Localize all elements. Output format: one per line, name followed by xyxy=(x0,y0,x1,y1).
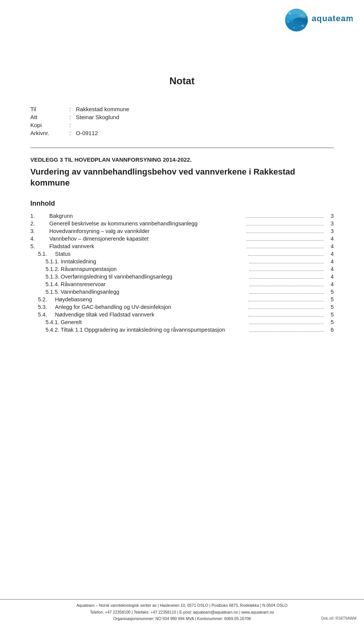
toc-num: 5.1. xyxy=(30,251,55,257)
toc-num: 5.1.3. xyxy=(30,274,61,280)
logo: aquateam xyxy=(281,7,353,33)
toc-text: Nødvendige tiltak ved Fladstad vannverk xyxy=(55,312,245,318)
toc-heading: Innhold xyxy=(30,200,334,208)
toc-item: 5.1.4. Råvannsreservoar 4 xyxy=(30,281,334,288)
info-table: Til : Rakkestad kommune Att : Steinar Sk… xyxy=(30,106,334,136)
svg-point-8 xyxy=(303,12,305,14)
toc-num: 5.1.4. xyxy=(30,281,61,287)
toc-text: Overføringsledning til vannbehandlingsan… xyxy=(61,274,246,280)
toc-dots xyxy=(249,263,324,263)
divider xyxy=(30,148,334,148)
toc-dots xyxy=(249,331,324,332)
toc-item: 5.1. Status 4 xyxy=(30,251,334,257)
footer-ref: Dok.ref: RS8T9AWM xyxy=(321,616,356,621)
toc-text: Status xyxy=(55,251,245,257)
toc-text: Bakgrunn xyxy=(49,213,243,219)
toc-item: 5.4. Nødvendige tiltak ved Fladstad vann… xyxy=(30,312,334,318)
toc-item: 4. Vannbehov – dimensjonerende kapasitet… xyxy=(30,236,334,242)
toc-item: 5.3. Anlegg for GAC-behandling og UV-des… xyxy=(30,304,334,310)
svg-point-11 xyxy=(293,27,295,28)
toc-dots xyxy=(246,225,324,225)
toc-num: 3. xyxy=(30,228,49,234)
toc-dots xyxy=(246,217,324,218)
toc-num: 5.4.2. xyxy=(30,327,61,333)
toc-text: Anlegg for GAC-behandling og UV-desinfek… xyxy=(55,304,245,310)
toc-num: 5.4.1. xyxy=(30,319,61,325)
footer: Aquateam – Norsk vannteknologisk senter … xyxy=(0,599,364,625)
toc-text: Tiltak 1.1 Oppgradering av inntakslednin… xyxy=(61,327,246,333)
toc-text: Vannbehov – dimensjonerende kapasitet xyxy=(49,236,243,242)
toc-item: 5.4.1. Generelt 5 xyxy=(30,319,334,326)
arkivnr-row: Arkivnr. : O-09112 xyxy=(30,130,334,136)
toc-item: 5.1.5. Vannbehandlingsanlegg 5 xyxy=(30,289,334,295)
att-value: Steinar Skoglund xyxy=(76,114,334,120)
toc-dots xyxy=(248,309,324,309)
til-label: Til xyxy=(30,106,64,112)
toc-page: 4 xyxy=(327,274,334,280)
toc-page: 4 xyxy=(327,258,334,264)
toc-text: Hovedvannforsyning – valg av vannkilder xyxy=(49,228,243,234)
toc-dots xyxy=(249,286,324,286)
toc-num: 5.1.5. xyxy=(30,289,61,295)
arkivnr-colon: : xyxy=(64,130,76,136)
toc-page: 6 xyxy=(327,327,334,333)
toc-page: 5 xyxy=(327,312,334,318)
toc-num: 5.4. xyxy=(30,312,55,318)
toc-item: 1. Bakgrunn 3 xyxy=(30,213,334,219)
toc-num: 5.1.2. xyxy=(30,266,61,272)
toc-page: 5 xyxy=(327,296,334,302)
toc-dots xyxy=(249,278,324,279)
toc-dots xyxy=(249,271,324,271)
toc-item: 5.4.2. Tiltak 1.1 Oppgradering av inntak… xyxy=(30,327,334,333)
toc-text: Inntaksledning xyxy=(61,258,246,264)
page: aquateam Notat Til : Rakkestad kommune A… xyxy=(0,0,364,625)
toc-dots xyxy=(246,240,324,241)
toc-text: Råvannspumpestasjon xyxy=(61,266,246,272)
toc-item: 5.2. Høydebasseng 5 xyxy=(30,296,334,303)
toc-num: 5.3. xyxy=(30,304,55,310)
toc-item: 5. Fladstad vannverk 4 xyxy=(30,243,334,250)
toc-page: 5 xyxy=(327,289,334,295)
toc-num: 5.2. xyxy=(30,296,55,302)
toc-num: 4. xyxy=(30,236,49,242)
svg-point-10 xyxy=(301,25,304,27)
toc-num: 5. xyxy=(30,243,49,249)
toc-page: 4 xyxy=(327,236,334,242)
att-row: Att : Steinar Skoglund xyxy=(30,114,334,120)
toc-text: Vannbehandlingsanlegg xyxy=(61,289,246,295)
kopi-row: Kopi : xyxy=(30,122,334,128)
til-row: Til : Rakkestad kommune xyxy=(30,106,334,112)
footer-line1: Aquateam – Norsk vannteknologisk senter … xyxy=(8,603,356,609)
toc-text: Råvannsreservoar xyxy=(61,281,246,287)
svg-point-9 xyxy=(287,21,289,23)
toc-dots xyxy=(249,324,324,324)
kopi-colon: : xyxy=(64,122,76,128)
att-label: Att xyxy=(30,114,64,120)
toc-item: 3. Hovedvannforsyning – valg av vannkild… xyxy=(30,228,334,235)
svg-point-7 xyxy=(301,14,302,16)
toc-dots xyxy=(248,301,324,301)
toc-dots xyxy=(249,293,324,294)
toc-page: 5 xyxy=(327,319,334,325)
toc-page: 5 xyxy=(327,304,334,310)
svg-point-6 xyxy=(289,13,291,15)
toc-num: 5.1.1. xyxy=(30,258,61,264)
main-content: Notat Til : Rakkestad kommune Att : Stei… xyxy=(0,37,364,599)
arkivnr-value: O-09112 xyxy=(76,130,334,136)
toc-text: Generell beskrivelse av kommunens vannbe… xyxy=(49,220,243,227)
toc-page: 4 xyxy=(327,266,334,272)
vedlegg-heading: VEDLEGG 3 TIL HOVEDPLAN VANNFORSYNING 20… xyxy=(30,156,334,163)
footer-line2: Telefon: +47 22358100 | Telefaks: +47 22… xyxy=(8,609,356,616)
til-colon: : xyxy=(64,106,76,112)
toc-text: Fladstad vannverk xyxy=(49,243,243,249)
toc-text: Generelt xyxy=(61,319,246,325)
footer-line3: Organisasjonsnummer: NO 934 990 994 MVA … xyxy=(8,616,356,622)
kopi-label: Kopi xyxy=(30,122,64,128)
toc-text: Høydebasseng xyxy=(55,296,245,302)
toc-dots xyxy=(246,233,324,233)
toc-list: 1. Bakgrunn 3 2. Generell beskrivelse av… xyxy=(30,213,334,333)
toc-dots xyxy=(246,248,324,248)
toc-dots xyxy=(248,255,324,256)
toc-page: 4 xyxy=(327,251,334,257)
toc-item: 5.1.2. Råvannspumpestasjon 4 xyxy=(30,266,334,272)
